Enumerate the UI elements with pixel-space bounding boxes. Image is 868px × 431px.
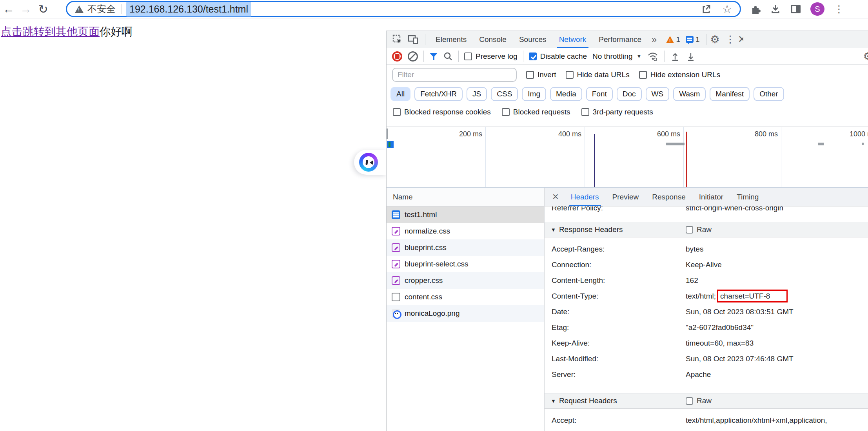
triangle-expanded-icon: ▼ [551, 227, 556, 233]
detail-tab-headers[interactable]: Headers [564, 188, 606, 206]
request-row[interactable]: monicaLogo.png [387, 305, 544, 322]
monica-assistant-pill[interactable] [354, 150, 387, 175]
security-label[interactable]: 不安全 [87, 3, 116, 15]
request-name: monicaLogo.png [405, 309, 460, 318]
timeline-gridline [485, 127, 486, 187]
downloads-icon[interactable] [770, 4, 781, 14]
header-row: Last-Modified:Sun, 08 Oct 2023 07:46:48 … [545, 351, 868, 367]
detail-tab-timing[interactable]: Timing [730, 188, 765, 206]
message-badge[interactable]: 1 [686, 35, 700, 44]
devtools-tab-performance[interactable]: Performance [592, 31, 648, 48]
request-headers-section[interactable]: ▼ Request Headers Raw [545, 393, 868, 409]
response-headers-section[interactable]: ▼ Response Headers Raw [545, 222, 868, 237]
profile-avatar[interactable]: S [810, 2, 824, 16]
request-row[interactable]: blueprint-select.css [387, 256, 544, 272]
device-toolbar-icon[interactable] [405, 34, 421, 45]
url-text-selected[interactable]: 192.168.126.130/test1.html [126, 2, 251, 16]
detail-tab-response[interactable]: Response [645, 188, 692, 206]
disable-cache-checkbox[interactable]: Disable cache [529, 52, 587, 61]
monica-logo-icon [359, 153, 378, 172]
type-filter-pill[interactable]: CSS [491, 87, 518, 101]
network-overview-timeline[interactable]: 200 ms400 ms600 ms800 ms1000 ms [387, 127, 868, 188]
hide-data-urls-checkbox[interactable]: Hide data URLs [566, 71, 630, 79]
timeline-gridline [781, 127, 781, 187]
request-row[interactable]: test1.html [387, 206, 544, 223]
bookmark-star-icon[interactable]: ☆ [722, 3, 732, 16]
filter-funnel-icon[interactable] [429, 53, 438, 60]
type-filter-pill[interactable]: All [390, 87, 410, 101]
blocked-response-cookies-checkbox[interactable]: Blocked response cookies [393, 108, 491, 116]
forward-icon[interactable]: → [17, 2, 35, 16]
devtools-tab-console[interactable]: Console [473, 31, 513, 48]
request-type-filters: AllFetch/XHRJSCSSImgMediaFontDocWSWasmMa… [387, 85, 868, 103]
back-icon[interactable]: ← [0, 2, 17, 16]
request-name: test1.html [405, 210, 437, 219]
request-row[interactable]: blueprint.css [387, 239, 544, 256]
type-filter-pill[interactable]: Media [550, 87, 582, 101]
throttling-dropdown[interactable]: No throttling ▼ [592, 52, 641, 61]
devtools-settings-gear-icon[interactable]: ⚙ [710, 33, 720, 45]
request-name: content.css [405, 293, 442, 301]
timeline-ruler-label: 800 ms [727, 130, 778, 138]
type-filter-pill[interactable]: Wasm [673, 87, 706, 101]
devtools-close-icon[interactable]: ✕ [738, 33, 743, 45]
detail-tab-initiator[interactable]: Initiator [692, 188, 730, 206]
3rd-party-requests-checkbox[interactable]: 3rd-party requests [581, 108, 653, 116]
hide-extension-urls-checkbox[interactable]: Hide extension URLs [639, 71, 720, 79]
header-name: Last-Modified: [545, 355, 686, 363]
type-filter-pill[interactable]: Other [754, 87, 784, 101]
filter-input[interactable] [392, 68, 517, 82]
request-row[interactable]: content.css [387, 289, 544, 305]
devtools-tab-network[interactable]: Network [553, 31, 593, 48]
reload-icon[interactable]: ↻ [35, 2, 52, 16]
page-link[interactable]: 点击跳转到其他页面 [1, 25, 100, 38]
clear-network-log-icon[interactable] [408, 51, 418, 62]
network-settings-gear-icon[interactable]: ⚙ [863, 50, 868, 62]
header-row: Content-Type:text/html;charset=UTF-8 [545, 288, 868, 304]
extensions-puzzle-icon[interactable] [750, 4, 761, 14]
browser-menu-kebab-icon[interactable]: ⋮ [834, 3, 844, 15]
header-name: Date: [545, 308, 686, 316]
type-filter-pill[interactable]: Img [522, 87, 546, 101]
timeline-ruler-label: 200 ms [431, 130, 482, 138]
share-icon[interactable] [701, 4, 712, 14]
type-filter-pill[interactable]: WS [646, 87, 670, 101]
url-bar[interactable]: ! 不安全 192.168.126.130/test1.html ☆ [66, 1, 741, 17]
type-filter-pill[interactable]: Manifest [710, 87, 750, 101]
close-detail-icon[interactable]: × [547, 191, 564, 203]
invert-checkbox[interactable]: Invert [526, 71, 556, 79]
name-column-header[interactable]: Name [387, 188, 545, 206]
type-filter-pill[interactable]: Fetch/XHR [414, 87, 463, 101]
inspect-element-icon[interactable] [390, 34, 405, 45]
header-row: Date:Sun, 08 Oct 2023 08:03:51 GMT [545, 304, 868, 320]
more-tabs-icon[interactable]: » [648, 34, 661, 45]
type-filter-pill[interactable]: JS [467, 87, 487, 101]
waterfall-bar [666, 143, 685, 145]
side-panel-icon[interactable] [790, 4, 801, 14]
devtools-tab-sources[interactable]: Sources [513, 31, 553, 48]
request-row[interactable]: normalize.css [387, 223, 544, 239]
response-raw-checkbox[interactable]: Raw [686, 225, 712, 234]
blocked-requests-checkbox[interactable]: Blocked requests [502, 108, 570, 116]
preserve-log-checkbox[interactable]: Preserve log [464, 52, 518, 61]
header-name: Accept-Ranges: [545, 245, 686, 254]
request-row[interactable]: cropper.css [387, 272, 544, 289]
file-file-icon [392, 293, 400, 301]
header-value: Apache [686, 370, 711, 379]
export-har-icon[interactable] [670, 51, 680, 62]
network-conditions-icon[interactable] [647, 51, 659, 62]
header-row: Accept:text/html,application/xhtml+xml,a… [545, 413, 868, 428]
scrolled-clipped-header-row: Referrer Policy: strict-origin-when-cros… [545, 206, 868, 215]
import-har-icon[interactable] [686, 51, 696, 62]
css-file-icon [392, 227, 400, 235]
request-raw-checkbox[interactable]: Raw [686, 397, 712, 405]
detail-tab-preview[interactable]: Preview [606, 188, 646, 206]
devtools-menu-kebab-icon[interactable]: ⋮ [725, 33, 735, 45]
record-network-log-icon[interactable] [392, 51, 402, 62]
type-filter-pill[interactable]: Font [586, 87, 613, 101]
devtools-tab-elements[interactable]: Elements [429, 31, 473, 48]
warning-badge[interactable]: ! 1 [666, 35, 680, 44]
search-icon[interactable] [443, 52, 453, 61]
header-name: Connection: [545, 261, 686, 269]
type-filter-pill[interactable]: Doc [617, 87, 642, 101]
